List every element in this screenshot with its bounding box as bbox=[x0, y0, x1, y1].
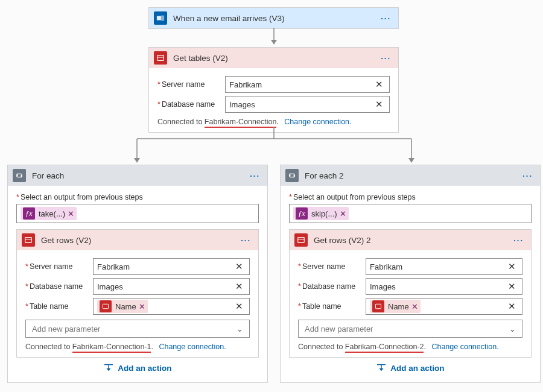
chip-remove-icon[interactable]: ✕ bbox=[411, 302, 418, 311]
trigger-card[interactable]: When a new email arrives (V3) ··· bbox=[148, 7, 399, 29]
chip-remove-icon[interactable]: ✕ bbox=[139, 302, 145, 311]
chip-remove-icon[interactable]: ✕ bbox=[340, 209, 346, 218]
sql-icon bbox=[372, 300, 384, 312]
svg-marker-3 bbox=[271, 40, 277, 45]
get-tables-header[interactable]: Get tables (V2) ··· bbox=[149, 48, 398, 68]
connection-status: Connected to Fabrikam-Connection-2. Chan… bbox=[298, 343, 522, 351]
database-name-label: *Database name bbox=[298, 282, 366, 291]
chevron-down-icon: ⌄ bbox=[509, 324, 516, 334]
svg-marker-9 bbox=[134, 158, 140, 163]
svg-marker-19 bbox=[107, 368, 111, 371]
server-name-label: *Server name bbox=[157, 80, 225, 89]
get-tables-body: *Server name Fabrikam ✕ *Database name I… bbox=[149, 68, 398, 132]
foreach-right-menu[interactable]: ··· bbox=[520, 171, 535, 180]
select-output-input[interactable]: ƒx skip(...) ✕ bbox=[289, 204, 532, 223]
table-name-input[interactable]: Name ✕ ✕ bbox=[93, 298, 250, 315]
svg-rect-0 bbox=[157, 16, 161, 21]
fx-icon: ƒx bbox=[296, 207, 308, 220]
server-name-input[interactable]: Fabrikam✕ bbox=[366, 258, 522, 275]
database-name-label: *Database name bbox=[157, 100, 225, 109]
connection-status: Connected to Fabrikam-Connection. Change… bbox=[157, 118, 390, 126]
get-rows-left-card[interactable]: Get rows (V2) ··· *Server name Fabrikam✕… bbox=[16, 229, 259, 358]
database-name-input[interactable]: Images ✕ bbox=[225, 96, 390, 113]
get-rows-right-header[interactable]: Get rows (V2) 2 ··· bbox=[290, 230, 531, 250]
get-rows-left-menu[interactable]: ··· bbox=[238, 236, 253, 245]
foreach-right-title: For each 2 bbox=[305, 171, 520, 180]
foreach-left-header[interactable]: For each ··· bbox=[8, 165, 267, 186]
database-name-label: *Database name bbox=[25, 282, 93, 291]
workflow-canvas: When a new email arrives (V3) ··· Get ta… bbox=[0, 0, 543, 392]
outlook-icon bbox=[154, 11, 167, 25]
foreach-right-card[interactable]: For each 2 ··· *Select an output from pr… bbox=[280, 165, 541, 383]
server-name-input[interactable]: Fabrikam ✕ bbox=[225, 76, 390, 93]
get-rows-right-menu[interactable]: ··· bbox=[511, 236, 526, 245]
fx-icon: ƒx bbox=[23, 207, 35, 220]
foreach-right-header[interactable]: For each 2 ··· bbox=[281, 165, 540, 186]
fx-chip[interactable]: ƒx skip(...) ✕ bbox=[293, 207, 349, 220]
get-rows-left-title: Get rows (V2) bbox=[41, 236, 238, 245]
clear-icon[interactable]: ✕ bbox=[233, 261, 246, 272]
sql-icon bbox=[100, 300, 112, 312]
clear-icon[interactable]: ✕ bbox=[373, 79, 386, 90]
foreach-left-title: For each bbox=[32, 171, 247, 180]
add-action-icon bbox=[376, 363, 387, 373]
get-rows-right-title: Get rows (V2) 2 bbox=[314, 236, 511, 245]
svg-rect-4 bbox=[157, 55, 164, 61]
clear-icon[interactable]: ✕ bbox=[506, 261, 518, 272]
change-connection-link[interactable]: Change connection. bbox=[284, 118, 351, 126]
svg-rect-16 bbox=[103, 304, 109, 309]
loop-icon bbox=[285, 169, 299, 182]
change-connection-link[interactable]: Change connection. bbox=[431, 343, 498, 351]
add-parameter-select[interactable]: Add new parameter ⌄ bbox=[298, 320, 522, 338]
clear-icon[interactable]: ✕ bbox=[373, 99, 386, 110]
arrow-down-icon bbox=[270, 28, 278, 46]
get-tables-title: Get tables (V2) bbox=[173, 54, 378, 63]
svg-rect-22 bbox=[298, 238, 305, 243]
get-rows-left-header[interactable]: Get rows (V2) ··· bbox=[17, 230, 258, 250]
get-tables-card[interactable]: Get tables (V2) ··· *Server name Fabrika… bbox=[148, 47, 399, 133]
connection-status: Connected to Fabrikam-Connection-1. Chan… bbox=[25, 343, 250, 351]
server-name-label: *Server name bbox=[298, 262, 366, 271]
clear-icon[interactable]: ✕ bbox=[506, 301, 518, 312]
select-output-input[interactable]: ƒx take(...) ✕ bbox=[16, 204, 259, 223]
select-output-label: *Select an output from previous steps bbox=[16, 193, 259, 201]
sql-icon bbox=[154, 51, 167, 65]
trigger-title: When a new email arrives (V3) bbox=[173, 14, 378, 23]
table-chip[interactable]: Name ✕ bbox=[370, 300, 421, 313]
database-name-input[interactable]: Images✕ bbox=[366, 278, 522, 295]
add-action-icon bbox=[103, 363, 114, 373]
chevron-down-icon: ⌄ bbox=[237, 324, 243, 334]
svg-rect-14 bbox=[25, 238, 32, 243]
server-name-input[interactable]: Fabrikam✕ bbox=[93, 258, 250, 275]
fx-chip[interactable]: ƒx take(...) ✕ bbox=[21, 207, 77, 220]
foreach-left-menu[interactable]: ··· bbox=[247, 171, 262, 180]
sql-icon bbox=[294, 233, 308, 247]
table-chip[interactable]: Name ✕ bbox=[97, 300, 148, 313]
foreach-left-card[interactable]: For each ··· *Select an output from prev… bbox=[7, 165, 268, 383]
select-output-label: *Select an output from previous steps bbox=[289, 193, 532, 201]
add-action-button[interactable]: Add an action bbox=[289, 364, 532, 374]
clear-icon[interactable]: ✕ bbox=[233, 281, 246, 292]
get-rows-right-card[interactable]: Get rows (V2) 2 ··· *Server name Fabrika… bbox=[289, 229, 532, 358]
add-parameter-select[interactable]: Add new parameter ⌄ bbox=[25, 320, 250, 338]
svg-rect-1 bbox=[161, 16, 164, 21]
sql-icon bbox=[22, 233, 35, 247]
server-name-label: *Server name bbox=[25, 262, 93, 271]
trigger-menu[interactable]: ··· bbox=[378, 14, 393, 23]
table-name-label: *Table name bbox=[298, 302, 366, 311]
svg-marker-11 bbox=[408, 158, 414, 163]
clear-icon[interactable]: ✕ bbox=[233, 301, 246, 312]
clear-icon[interactable]: ✕ bbox=[506, 281, 518, 292]
table-name-label: *Table name bbox=[25, 302, 93, 311]
svg-marker-27 bbox=[379, 368, 384, 371]
get-tables-menu[interactable]: ··· bbox=[378, 54, 393, 63]
chip-remove-icon[interactable]: ✕ bbox=[68, 209, 74, 218]
table-name-input[interactable]: Name ✕ ✕ bbox=[366, 298, 522, 315]
add-action-button[interactable]: Add an action bbox=[16, 364, 259, 374]
database-name-input[interactable]: Images✕ bbox=[93, 278, 250, 295]
trigger-header[interactable]: When a new email arrives (V3) ··· bbox=[149, 8, 398, 28]
loop-icon bbox=[13, 169, 26, 182]
svg-rect-24 bbox=[376, 304, 381, 309]
change-connection-link[interactable]: Change connection. bbox=[159, 343, 226, 351]
